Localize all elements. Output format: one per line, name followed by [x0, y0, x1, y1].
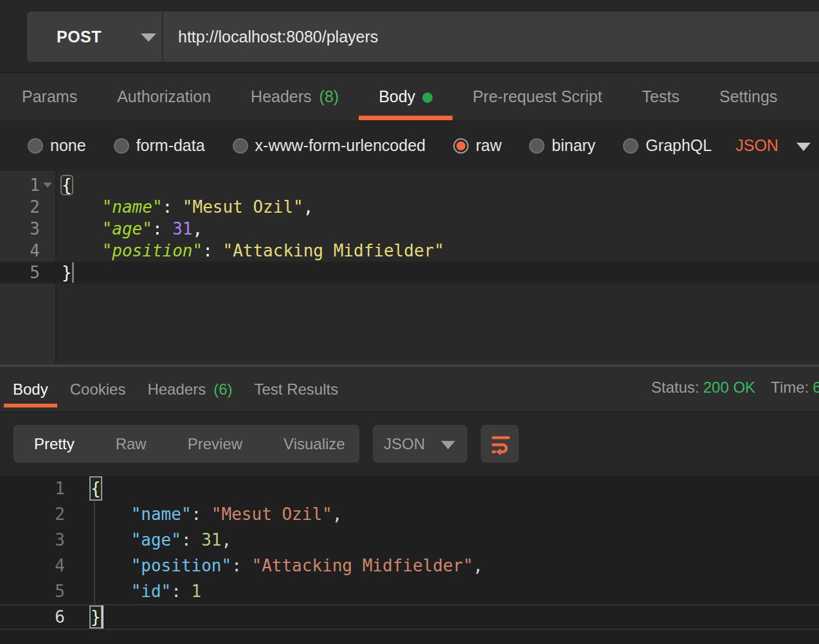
tab-label: Params — [22, 87, 77, 106]
tab-count-badge: (8) — [320, 87, 339, 106]
line-number: 3 — [0, 218, 40, 240]
radio-label: x-www-form-urlencoded — [255, 136, 426, 155]
view-button-raw[interactable]: Raw — [95, 435, 167, 453]
radio-unselected-icon — [28, 138, 43, 154]
url-input[interactable]: http://localhost:8080/players — [163, 12, 378, 62]
code-line-5[interactable]: 5} — [0, 262, 819, 283]
tab-label: Headers — [147, 380, 206, 398]
body-type-none[interactable]: none — [28, 136, 86, 155]
line-number: 2 — [0, 501, 65, 527]
code-line-4[interactable]: 4 "position": "Attacking Midfielder", — [0, 553, 819, 578]
token-key: "name" — [131, 505, 192, 524]
response-tab-headers[interactable]: Headers(6) — [138, 367, 241, 411]
token-pun: : — [163, 197, 183, 217]
line-number: 4 — [0, 240, 40, 262]
token-pun: , — [193, 219, 203, 238]
request-tab-pre-request-script[interactable]: Pre-request Script — [453, 73, 622, 120]
language-select[interactable]: JSON — [735, 136, 811, 155]
tab-label: Tests — [642, 87, 680, 106]
wrap-text-icon — [487, 431, 513, 457]
code-line-5[interactable]: 5 "id": 1 — [0, 578, 819, 604]
token-key: "age" — [131, 530, 181, 550]
text-cursor — [72, 262, 74, 283]
body-type-x-www-form-urlencoded[interactable]: x-www-form-urlencoded — [233, 136, 426, 155]
tab-label: Headers — [251, 87, 312, 106]
body-type-row: noneform-datax-www-form-urlencodedrawbin… — [0, 120, 819, 171]
radio-label: raw — [476, 136, 501, 155]
response-tab-body[interactable]: Body — [4, 367, 57, 411]
body-type-form-data[interactable]: form-data — [114, 136, 205, 155]
request-tab-headers[interactable]: Headers(8) — [231, 73, 359, 120]
time-value: 6 — [813, 379, 819, 397]
response-body-viewer[interactable]: 1{2 "name": "Mesut Ozil",3 "age": 31,4 "… — [0, 476, 819, 644]
request-tab-body[interactable]: Body — [359, 73, 453, 120]
code-line-content: { — [62, 174, 72, 196]
view-button-pretty[interactable]: Pretty — [14, 435, 95, 453]
token-pun: : — [203, 241, 222, 260]
line-number: 3 — [0, 527, 65, 553]
response-tab-test-results[interactable]: Test Results — [245, 367, 347, 411]
token-pun: , — [473, 556, 483, 575]
token-str: "Attacking Midfielder" — [251, 556, 473, 575]
line-number: 1 — [0, 476, 65, 501]
active-tab-underline — [4, 404, 57, 407]
radio-unselected-icon — [529, 138, 544, 154]
request-tab-params[interactable]: Params — [2, 73, 97, 120]
code-line-2[interactable]: 2 "name": "Mesut Ozil", — [0, 501, 819, 527]
response-meta: Status:200 OKTime:6 — [651, 367, 819, 408]
code-line-1[interactable]: 1{ — [0, 476, 819, 501]
body-type-raw[interactable]: raw — [453, 136, 501, 155]
line-number: 6 — [0, 605, 65, 629]
view-button-visualize[interactable]: Visualize — [263, 435, 366, 453]
radio-label: binary — [552, 136, 595, 155]
matched-bracket: } — [89, 605, 102, 629]
token-pun — [91, 556, 131, 575]
request-tab-authorization[interactable]: Authorization — [97, 73, 231, 120]
line-number: 4 — [0, 553, 65, 578]
token-pun: : — [231, 556, 251, 575]
code-line-content: "name": "Mesut Ozil", — [62, 196, 313, 218]
token-pun: : — [152, 219, 172, 238]
token-str: "Mesut Ozil" — [212, 505, 332, 524]
line-number: 1 — [0, 174, 40, 196]
body-type-graphql[interactable]: GraphQL — [623, 136, 712, 155]
status-label: Status: — [651, 379, 699, 397]
request-tabbar: ParamsAuthorizationHeaders(8)BodyPre-req… — [0, 72, 819, 120]
code-line-4[interactable]: 4 "position": "Attacking Midfielder" — [0, 240, 819, 262]
text-cursor — [102, 605, 104, 629]
format-caret-icon — [441, 441, 455, 449]
code-line-2[interactable]: 2 "name": "Mesut Ozil", — [0, 196, 819, 218]
tab-label: Body — [379, 87, 415, 106]
token-pun: : — [181, 530, 201, 550]
code-line-content: "position": "Attacking Midfielder" — [62, 240, 444, 262]
response-tab-cookies[interactable]: Cookies — [61, 367, 135, 411]
code-line-3[interactable]: 3 "age": 31, — [0, 218, 819, 240]
method-label: POST — [57, 28, 102, 46]
code-line-1[interactable]: 1{ — [0, 174, 819, 196]
radio-label: GraphQL — [645, 136, 712, 155]
matched-bracket: { — [60, 175, 73, 195]
request-body-editor[interactable]: 1{2 "name": "Mesut Ozil",3 "age": 31,4 "… — [0, 171, 819, 364]
time-label: Time: — [771, 379, 809, 397]
tab-label: Authorization — [117, 87, 211, 106]
token-num: 31 — [172, 219, 192, 238]
language-label: JSON — [735, 136, 779, 155]
token-key: "name" — [102, 197, 163, 217]
token-pun: : — [192, 505, 212, 524]
method-select[interactable]: POST — [27, 12, 162, 62]
view-button-preview[interactable]: Preview — [167, 435, 263, 453]
request-tab-tests[interactable]: Tests — [622, 73, 699, 120]
body-filled-dot-icon — [422, 93, 433, 103]
request-tab-settings[interactable]: Settings — [699, 73, 797, 120]
code-line-6[interactable]: 6} — [0, 604, 819, 630]
body-type-binary[interactable]: binary — [529, 136, 595, 155]
fold-arrow-icon[interactable] — [43, 183, 52, 188]
response-format-select[interactable]: JSON — [373, 425, 467, 463]
code-line-content: } — [91, 605, 104, 629]
token-pun — [91, 530, 131, 550]
matched-bracket: { — [89, 476, 102, 501]
radio-selected-icon — [453, 138, 469, 154]
code-line-3[interactable]: 3 "age": 31, — [0, 527, 819, 553]
tab-label: Settings — [719, 87, 777, 106]
wrap-text-button[interactable] — [481, 425, 519, 463]
